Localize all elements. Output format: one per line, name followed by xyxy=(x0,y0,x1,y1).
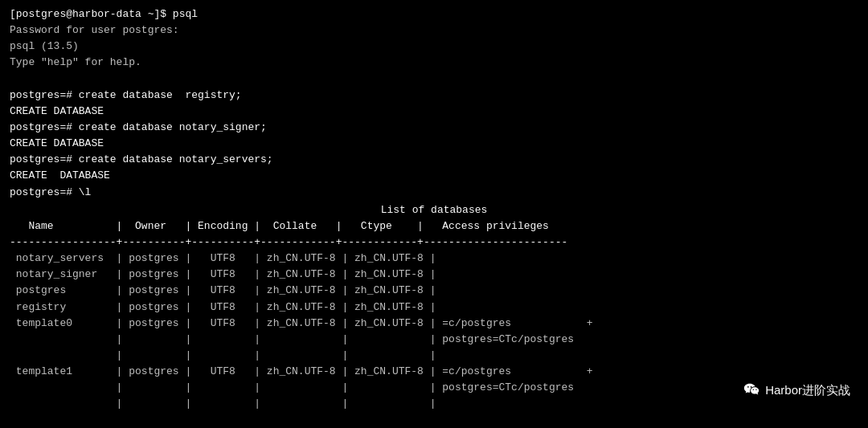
line-help: Type "help" for help. xyxy=(10,55,858,71)
terminal-window: [postgres@harbor-data ~]$ psql Password … xyxy=(10,6,858,422)
table-sep: -----------------+----------+----------+… xyxy=(10,234,858,251)
line-password: Password for user postgres: xyxy=(10,22,858,39)
table-row-template0-1: template0 | postgres | UTF8 | zh_CN.UTF-… xyxy=(10,316,858,332)
watermark: Harbor进阶实战 xyxy=(743,381,850,399)
out-create-notary-signer: CREATE DATABASE xyxy=(10,136,858,152)
out-create-notary-servers: CREATE DATABASE xyxy=(10,168,858,184)
table-row-postgres: postgres | postgres | UTF8 | zh_CN.UTF-8… xyxy=(10,283,858,299)
table-row-template1-1: template1 | postgres | UTF8 | zh_CN.UTF-… xyxy=(10,364,858,380)
table-row-registry: registry | postgres | UTF8 | zh_CN.UTF-8… xyxy=(10,300,858,316)
wechat-icon xyxy=(743,381,760,398)
cmd-create-notary-servers: postgres=# create database notary_server… xyxy=(10,152,858,168)
cmd-list: postgres=# \l xyxy=(10,185,858,201)
table-row-template0-2: | | | | | postgres=CTc/postgres xyxy=(10,332,858,348)
line-psql-version: psql (13.5) xyxy=(10,39,858,55)
prompt-host: [postgres@harbor-data ~]$ psql xyxy=(10,6,858,22)
table-header: Name | Owner | Encoding | Collate | Ctyp… xyxy=(10,218,858,234)
table-row-notary-signer: notary_signer | postgres | UTF8 | zh_CN.… xyxy=(10,267,858,283)
table-row-template1-2: | | | | | postgres=CTc/postgres xyxy=(10,380,858,396)
watermark-text: Harbor进阶实战 xyxy=(765,381,850,399)
cmd-create-notary-signer: postgres=# create database notary_signer… xyxy=(10,120,858,136)
table-row-blank: | | | | | xyxy=(10,348,858,364)
out-create-registry: CREATE DATABASE xyxy=(10,104,858,120)
database-table: List of databases Name | Owner | Encodin… xyxy=(10,202,858,413)
cmd-create-registry: postgres=# create database registry; xyxy=(10,88,858,104)
table-row-notary-servers: notary_servers | postgres | UTF8 | zh_CN… xyxy=(10,251,858,267)
table-row-template1-blank: | | | | | xyxy=(10,396,858,412)
line-blank xyxy=(10,71,858,88)
table-title: List of databases xyxy=(10,202,858,218)
row-count xyxy=(10,413,858,428)
